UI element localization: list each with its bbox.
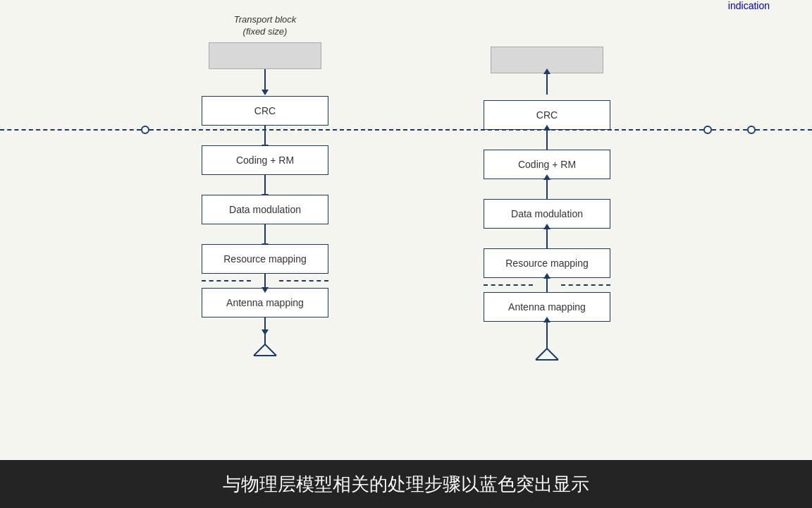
left-transport-block — [209, 42, 321, 69]
svg-line-5 — [536, 349, 547, 360]
bottom-bar: 与物理层模型相关的处理步骤以蓝色突出显示 — [0, 460, 812, 508]
arrow-rm-to-mod — [546, 229, 548, 248]
arrow-ant-symbol-left — [264, 318, 266, 330]
left-transport-label: Transport block (fixed size) — [234, 14, 297, 38]
bottom-text: 与物理层模型相关的处理步骤以蓝色突出显示 — [223, 472, 589, 497]
right-chain: CRC Coding + RM Data modulation — [469, 14, 625, 363]
left-resource-box: Resource mapping — [202, 244, 328, 274]
diagram-wrapper: Transport block (fixed size) CRC — [187, 14, 625, 363]
left-crc-box: CRC — [202, 96, 328, 126]
arrow-ant-to-rm — [546, 278, 548, 292]
right-antenna-symbol — [533, 334, 561, 363]
indication-label: indication — [728, 0, 770, 11]
left-modulation-box: Data modulation — [202, 195, 328, 224]
arrow-crc-to-tb — [546, 73, 548, 95]
dashed-divider — [0, 126, 812, 134]
left-coding-box: Coding + RM — [202, 145, 328, 175]
arrow-rm-ant — [264, 274, 266, 288]
svg-line-1 — [254, 344, 265, 356]
arrow-symbol-to-ant-right — [546, 322, 548, 334]
svg-line-2 — [265, 344, 276, 356]
arrow-mod-to-coding — [546, 179, 548, 199]
arrow-tb-to-crc — [264, 69, 266, 90]
svg-line-6 — [547, 349, 558, 360]
left-rm-connections — [187, 274, 343, 288]
left-chain: Transport block (fixed size) CRC — [187, 14, 343, 358]
arrow-coding-mod — [264, 175, 266, 195]
main-container: indication Transport block (fixed size) — [0, 0, 812, 508]
right-rm-connections — [469, 278, 625, 292]
arrow-mod-rm — [264, 224, 266, 244]
